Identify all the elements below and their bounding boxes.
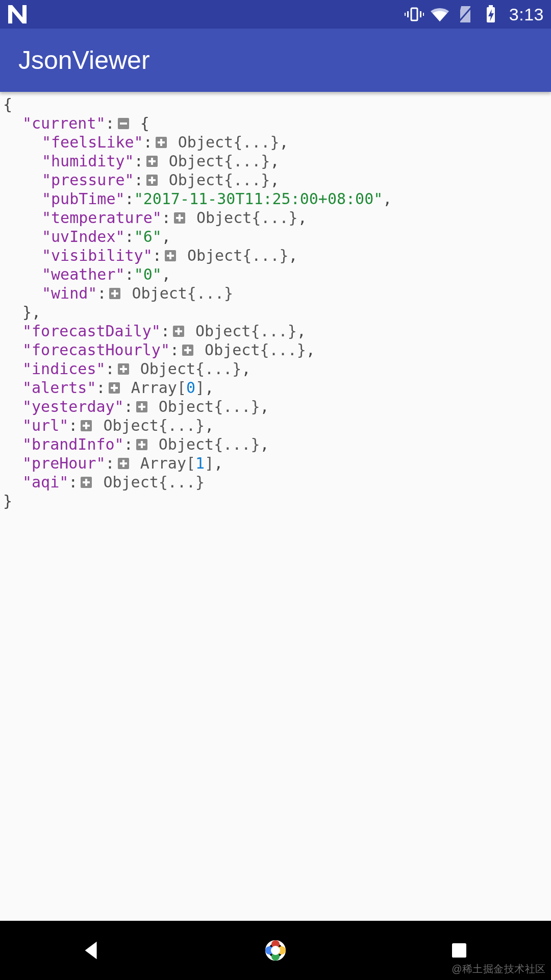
no-sim-icon [455, 4, 475, 24]
collapse-icon[interactable] [116, 116, 131, 131]
svg-rect-16 [148, 160, 156, 162]
nav-home-button[interactable] [245, 921, 306, 980]
json-key: "aqi" [22, 473, 68, 491]
expand-icon[interactable] [171, 324, 186, 338]
status-left [5, 2, 30, 27]
json-row[interactable]: "preHour": Array[1], [0, 454, 551, 473]
json-row[interactable]: "humidity": Object{...}, [0, 152, 551, 170]
expand-icon[interactable] [163, 249, 178, 263]
svg-rect-10 [120, 122, 127, 125]
expand-icon[interactable] [79, 419, 93, 433]
svg-rect-13 [158, 141, 165, 143]
svg-rect-43 [138, 406, 145, 408]
json-close-brace: } [0, 492, 551, 510]
svg-rect-40 [111, 387, 118, 389]
expand-icon[interactable] [116, 362, 131, 376]
json-key: "pubTime" [42, 190, 125, 208]
json-row-close: }, [0, 303, 551, 322]
json-row[interactable]: "pressure": Object{...}, [0, 170, 551, 189]
svg-rect-46 [83, 425, 90, 427]
json-key: "brandInfo" [22, 435, 124, 453]
json-key: "feelsLike" [42, 133, 143, 151]
json-open-brace: { [0, 95, 551, 114]
json-row[interactable]: "uvIndex":"6", [0, 227, 551, 246]
json-row[interactable]: "indices": Object{...}, [0, 359, 551, 378]
watermark-text: @稀土掘金技术社区 [452, 962, 546, 976]
svg-rect-7 [489, 5, 493, 8]
svg-rect-34 [184, 349, 191, 351]
svg-point-61 [271, 946, 280, 955]
nav-back-button[interactable] [61, 921, 122, 980]
expand-icon[interactable] [172, 211, 187, 225]
json-key: "weather" [42, 265, 125, 283]
json-key: "humidity" [42, 152, 134, 170]
expand-icon[interactable] [108, 286, 122, 301]
expand-icon[interactable] [145, 173, 159, 187]
json-key: "forecastDaily" [22, 322, 161, 340]
json-key: "current" [22, 114, 106, 132]
json-row[interactable]: "current": { [0, 114, 551, 133]
json-row[interactable]: "url": Object{...}, [0, 416, 551, 435]
json-row[interactable]: "yesterday": Object{...}, [0, 397, 551, 416]
json-viewer[interactable]: {"current": {"feelsLike": Object{...},"h… [0, 92, 551, 921]
vibrate-icon [404, 4, 424, 24]
json-key: "uvIndex" [42, 228, 125, 246]
expand-icon[interactable] [154, 135, 168, 150]
clock: 3:13 [509, 5, 544, 24]
json-key: "preHour" [22, 454, 106, 472]
json-key: "temperature" [42, 209, 162, 227]
svg-rect-3 [405, 13, 406, 16]
json-key: "indices" [22, 360, 106, 378]
app-title: JsonViewer [18, 45, 150, 75]
wifi-icon [430, 4, 450, 24]
svg-rect-52 [120, 462, 127, 464]
json-key: "wind" [42, 284, 97, 302]
svg-rect-49 [138, 444, 145, 446]
json-row[interactable]: "wind": Object{...} [0, 284, 551, 303]
json-row[interactable]: "forecastDaily": Object{...}, [0, 322, 551, 340]
json-key: "pressure" [42, 171, 134, 189]
svg-rect-4 [423, 13, 424, 16]
expand-icon[interactable] [107, 381, 121, 395]
app-bar: JsonViewer [0, 29, 551, 92]
json-row[interactable]: "weather":"0", [0, 265, 551, 284]
status-right: 3:13 [404, 4, 544, 24]
android-nav-bar: @稀土掘金技术社区 [0, 921, 551, 980]
svg-rect-19 [148, 179, 156, 181]
json-row[interactable]: "brandInfo": Object{...}, [0, 435, 551, 454]
json-key: "forecastHourly" [22, 341, 170, 359]
json-row[interactable]: "temperature": Object{...}, [0, 208, 551, 227]
svg-rect-62 [452, 943, 466, 958]
json-row[interactable]: "alerts": Array[0], [0, 378, 551, 397]
svg-rect-28 [111, 292, 118, 295]
svg-rect-1 [407, 11, 409, 17]
svg-rect-0 [411, 8, 417, 20]
expand-icon[interactable] [79, 475, 93, 489]
json-key: "yesterday" [22, 398, 124, 415]
expand-icon[interactable] [135, 400, 149, 414]
json-row[interactable]: "pubTime":"2017-11-30T11:25:00+08:00", [0, 189, 551, 208]
svg-rect-37 [120, 368, 127, 370]
expand-icon[interactable] [116, 456, 131, 471]
status-bar: 3:13 [0, 0, 551, 29]
svg-rect-25 [167, 255, 174, 257]
svg-rect-55 [83, 481, 90, 483]
battery-charging-icon [481, 4, 501, 24]
json-key: "visibility" [42, 247, 153, 264]
json-key: "alerts" [22, 379, 96, 397]
android-n-logo [5, 2, 30, 27]
expand-icon[interactable] [145, 154, 159, 168]
json-row[interactable]: "feelsLike": Object{...}, [0, 133, 551, 152]
json-row[interactable]: "visibility": Object{...}, [0, 246, 551, 265]
svg-rect-2 [420, 11, 421, 17]
svg-rect-31 [175, 330, 182, 332]
json-key: "url" [22, 416, 68, 434]
expand-icon[interactable] [181, 343, 195, 357]
expand-icon[interactable] [135, 437, 149, 452]
json-row[interactable]: "forecastHourly": Object{...}, [0, 340, 551, 359]
json-row[interactable]: "aqi": Object{...} [0, 473, 551, 492]
svg-rect-22 [176, 217, 183, 219]
